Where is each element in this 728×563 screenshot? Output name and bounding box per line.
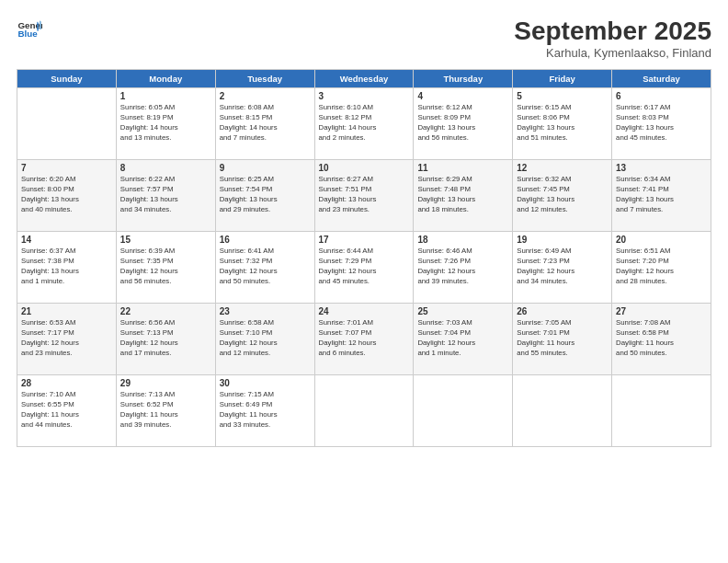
day-number: 27	[616, 306, 707, 316]
weekday-header: Tuesday	[215, 70, 314, 88]
calendar-cell: 29Sunrise: 7:13 AM Sunset: 6:52 PM Dayli…	[116, 375, 215, 447]
day-info: Sunrise: 6:12 AM Sunset: 8:09 PM Dayligh…	[417, 103, 508, 144]
day-number: 2	[220, 91, 311, 101]
day-info: Sunrise: 6:05 AM Sunset: 8:19 PM Dayligh…	[120, 103, 211, 144]
calendar-cell: 18Sunrise: 6:46 AM Sunset: 7:26 PM Dayli…	[414, 232, 513, 304]
day-number: 15	[120, 235, 211, 245]
calendar-table: SundayMondayTuesdayWednesdayThursdayFrid…	[17, 69, 711, 447]
calendar-cell: 4Sunrise: 6:12 AM Sunset: 8:09 PM Daylig…	[414, 88, 513, 160]
calendar-week-row: 7Sunrise: 6:20 AM Sunset: 8:00 PM Daylig…	[17, 160, 711, 232]
day-number: 20	[616, 235, 707, 245]
calendar-cell: 1Sunrise: 6:05 AM Sunset: 8:19 PM Daylig…	[116, 88, 215, 160]
day-info: Sunrise: 6:27 AM Sunset: 7:51 PM Dayligh…	[319, 175, 410, 215]
calendar-cell	[513, 375, 612, 447]
logo-icon: General Blue	[17, 17, 42, 42]
day-info: Sunrise: 6:29 AM Sunset: 7:48 PM Dayligh…	[417, 175, 508, 215]
day-number: 3	[319, 91, 410, 101]
calendar-cell: 15Sunrise: 6:39 AM Sunset: 7:35 PM Dayli…	[116, 232, 215, 304]
day-info: Sunrise: 6:10 AM Sunset: 8:12 PM Dayligh…	[319, 103, 410, 144]
day-number: 1	[120, 91, 211, 101]
day-info: Sunrise: 6:22 AM Sunset: 7:57 PM Dayligh…	[120, 175, 211, 215]
calendar-cell: 2Sunrise: 6:08 AM Sunset: 8:15 PM Daylig…	[215, 88, 314, 160]
calendar-cell: 14Sunrise: 6:37 AM Sunset: 7:38 PM Dayli…	[17, 232, 117, 304]
calendar-cell: 11Sunrise: 6:29 AM Sunset: 7:48 PM Dayli…	[414, 160, 513, 232]
weekday-header: Friday	[513, 70, 612, 88]
day-number: 14	[21, 235, 112, 245]
calendar-cell: 24Sunrise: 7:01 AM Sunset: 7:07 PM Dayli…	[314, 304, 414, 375]
weekday-header: Thursday	[414, 70, 513, 88]
location-subtitle: Karhula, Kymenlaakso, Finland	[514, 46, 711, 60]
weekday-header: Sunday	[17, 70, 117, 88]
calendar-cell	[314, 375, 414, 447]
day-number: 8	[120, 163, 211, 173]
month-title: September 2025	[514, 17, 711, 46]
day-info: Sunrise: 6:37 AM Sunset: 7:38 PM Dayligh…	[21, 247, 112, 287]
day-number: 6	[616, 91, 707, 101]
header-row: SundayMondayTuesdayWednesdayThursdayFrid…	[17, 70, 711, 88]
calendar-cell	[17, 88, 117, 160]
calendar-week-row: 1Sunrise: 6:05 AM Sunset: 8:19 PM Daylig…	[17, 88, 711, 160]
calendar-cell	[414, 375, 513, 447]
day-number: 19	[517, 235, 608, 245]
day-number: 26	[517, 306, 608, 316]
calendar-cell: 6Sunrise: 6:17 AM Sunset: 8:03 PM Daylig…	[612, 88, 711, 160]
calendar-cell: 21Sunrise: 6:53 AM Sunset: 7:17 PM Dayli…	[17, 304, 117, 375]
day-number: 7	[21, 163, 112, 173]
calendar-cell: 10Sunrise: 6:27 AM Sunset: 7:51 PM Dayli…	[314, 160, 414, 232]
day-number: 9	[220, 163, 311, 173]
day-number: 28	[21, 378, 112, 388]
day-number: 17	[319, 235, 410, 245]
day-number: 12	[517, 163, 608, 173]
day-info: Sunrise: 7:01 AM Sunset: 7:07 PM Dayligh…	[319, 318, 410, 359]
day-number: 18	[417, 235, 508, 245]
calendar-cell: 13Sunrise: 6:34 AM Sunset: 7:41 PM Dayli…	[612, 160, 711, 232]
calendar-cell: 23Sunrise: 6:58 AM Sunset: 7:10 PM Dayli…	[215, 304, 314, 375]
day-number: 10	[319, 163, 410, 173]
calendar-cell: 26Sunrise: 7:05 AM Sunset: 7:01 PM Dayli…	[513, 304, 612, 375]
day-number: 29	[120, 378, 211, 388]
calendar-week-row: 21Sunrise: 6:53 AM Sunset: 7:17 PM Dayli…	[17, 304, 711, 375]
day-info: Sunrise: 6:39 AM Sunset: 7:35 PM Dayligh…	[120, 247, 211, 287]
day-info: Sunrise: 6:32 AM Sunset: 7:45 PM Dayligh…	[517, 175, 608, 215]
weekday-header: Monday	[116, 70, 215, 88]
day-number: 24	[319, 306, 410, 316]
calendar-cell: 30Sunrise: 7:15 AM Sunset: 6:49 PM Dayli…	[215, 375, 314, 447]
day-info: Sunrise: 6:34 AM Sunset: 7:41 PM Dayligh…	[616, 175, 707, 215]
calendar-cell: 16Sunrise: 6:41 AM Sunset: 7:32 PM Dayli…	[215, 232, 314, 304]
day-info: Sunrise: 6:44 AM Sunset: 7:29 PM Dayligh…	[319, 247, 410, 287]
weekday-header: Wednesday	[314, 70, 414, 88]
day-number: 25	[417, 306, 508, 316]
calendar-cell: 3Sunrise: 6:10 AM Sunset: 8:12 PM Daylig…	[314, 88, 414, 160]
calendar-cell: 17Sunrise: 6:44 AM Sunset: 7:29 PM Dayli…	[314, 232, 414, 304]
day-info: Sunrise: 7:03 AM Sunset: 7:04 PM Dayligh…	[417, 318, 508, 359]
title-block: September 2025 Karhula, Kymenlaakso, Fin…	[514, 17, 711, 60]
calendar-cell	[612, 375, 711, 447]
day-info: Sunrise: 7:15 AM Sunset: 6:49 PM Dayligh…	[220, 390, 311, 431]
calendar-cell: 12Sunrise: 6:32 AM Sunset: 7:45 PM Dayli…	[513, 160, 612, 232]
day-info: Sunrise: 6:49 AM Sunset: 7:23 PM Dayligh…	[517, 247, 608, 287]
day-info: Sunrise: 6:17 AM Sunset: 8:03 PM Dayligh…	[616, 103, 707, 144]
day-info: Sunrise: 7:13 AM Sunset: 6:52 PM Dayligh…	[120, 390, 211, 431]
day-number: 21	[21, 306, 112, 316]
day-number: 16	[220, 235, 311, 245]
calendar-cell: 27Sunrise: 7:08 AM Sunset: 6:58 PM Dayli…	[612, 304, 711, 375]
svg-text:Blue: Blue	[17, 29, 38, 39]
day-info: Sunrise: 6:25 AM Sunset: 7:54 PM Dayligh…	[220, 175, 311, 215]
calendar-week-row: 14Sunrise: 6:37 AM Sunset: 7:38 PM Dayli…	[17, 232, 711, 304]
calendar-cell: 8Sunrise: 6:22 AM Sunset: 7:57 PM Daylig…	[116, 160, 215, 232]
calendar-cell: 9Sunrise: 6:25 AM Sunset: 7:54 PM Daylig…	[215, 160, 314, 232]
calendar-cell: 28Sunrise: 7:10 AM Sunset: 6:55 PM Dayli…	[17, 375, 117, 447]
day-info: Sunrise: 6:51 AM Sunset: 7:20 PM Dayligh…	[616, 247, 707, 287]
calendar-cell: 25Sunrise: 7:03 AM Sunset: 7:04 PM Dayli…	[414, 304, 513, 375]
weekday-header: Saturday	[612, 70, 711, 88]
day-number: 4	[417, 91, 508, 101]
day-info: Sunrise: 6:56 AM Sunset: 7:13 PM Dayligh…	[120, 318, 211, 359]
calendar-cell: 22Sunrise: 6:56 AM Sunset: 7:13 PM Dayli…	[116, 304, 215, 375]
calendar-cell: 20Sunrise: 6:51 AM Sunset: 7:20 PM Dayli…	[612, 232, 711, 304]
calendar-cell: 19Sunrise: 6:49 AM Sunset: 7:23 PM Dayli…	[513, 232, 612, 304]
calendar-cell: 5Sunrise: 6:15 AM Sunset: 8:06 PM Daylig…	[513, 88, 612, 160]
day-number: 22	[120, 306, 211, 316]
day-info: Sunrise: 6:08 AM Sunset: 8:15 PM Dayligh…	[220, 103, 311, 144]
logo: General Blue	[17, 17, 42, 42]
day-info: Sunrise: 6:58 AM Sunset: 7:10 PM Dayligh…	[220, 318, 311, 359]
